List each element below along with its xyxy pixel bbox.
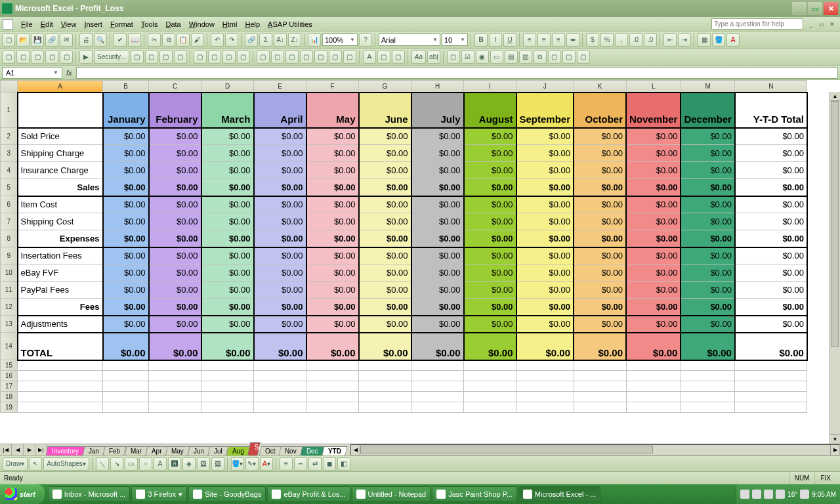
- increase-indent-icon[interactable]: ⇥: [678, 33, 691, 47]
- empty-cell[interactable]: [411, 360, 464, 371]
- cell-value[interactable]: $0.00: [306, 213, 359, 230]
- col-header-G[interactable]: G: [359, 81, 411, 93]
- fill-color-icon[interactable]: 🪣▾: [231, 457, 244, 471]
- row-label[interactable]: PayPal Fees: [18, 282, 103, 299]
- cell-A1[interactable]: [18, 93, 103, 128]
- fill-color-icon[interactable]: 🪣: [712, 33, 725, 47]
- taskbar-item[interactable]: Jasc Paint Shop P...: [432, 486, 517, 502]
- cell-ytd[interactable]: $0.00: [735, 128, 807, 145]
- empty-cell[interactable]: [18, 360, 103, 371]
- sheet-tab-inventory[interactable]: Inventory: [46, 446, 85, 455]
- cell-value[interactable]: $0.00: [626, 299, 681, 316]
- cell-value[interactable]: $0.00: [201, 264, 254, 282]
- empty-cell[interactable]: [411, 392, 464, 402]
- cell-value[interactable]: $0.00: [626, 145, 681, 162]
- cell-ytd[interactable]: $0.00: [735, 162, 807, 179]
- save-icon[interactable]: 💾: [31, 33, 44, 47]
- cell-total[interactable]: $0.00: [574, 333, 626, 360]
- cell-value[interactable]: $0.00: [411, 128, 464, 145]
- cell-total[interactable]: $0.00: [411, 333, 464, 360]
- month-header-feb[interactable]: February: [149, 93, 201, 128]
- cell-value[interactable]: $0.00: [359, 230, 411, 247]
- cell-value[interactable]: $0.00: [149, 316, 201, 333]
- cell-value[interactable]: $0.00: [574, 162, 626, 179]
- row-header-3[interactable]: 3: [1, 145, 18, 162]
- cell-value[interactable]: $0.00: [359, 247, 411, 264]
- cell-value[interactable]: $0.00: [574, 196, 626, 213]
- cell-value[interactable]: $0.00: [254, 162, 306, 179]
- font-color-icon[interactable]: A: [726, 33, 740, 47]
- month-header-mar[interactable]: March: [201, 93, 254, 128]
- cell-value[interactable]: $0.00: [574, 282, 626, 299]
- empty-cell[interactable]: [574, 392, 626, 402]
- cell-value[interactable]: $0.00: [626, 162, 681, 179]
- cell-total[interactable]: $0.00: [626, 333, 681, 360]
- row-header-14[interactable]: 14: [1, 333, 18, 360]
- toolbar2-icon[interactable]: ▢: [31, 51, 44, 64]
- toolbar2-icon[interactable]: ▤: [505, 51, 518, 64]
- sheet-tab-jun[interactable]: Jun: [188, 446, 211, 455]
- font-name-combo[interactable]: Arial▼: [379, 33, 440, 46]
- sheet-tab-ytd[interactable]: YTD: [322, 446, 348, 455]
- comma-icon[interactable]: ,: [615, 33, 628, 47]
- menu-help[interactable]: Help: [241, 19, 264, 30]
- empty-cell[interactable]: [626, 402, 681, 413]
- toolbar2-icon[interactable]: ▢: [16, 51, 30, 64]
- textbox-icon[interactable]: A: [154, 457, 167, 471]
- sheet-tab-nov[interactable]: Nov: [279, 446, 303, 455]
- row-label[interactable]: Insertation Fees: [18, 247, 103, 264]
- cell-value[interactable]: $0.00: [516, 230, 574, 247]
- diagram-icon[interactable]: ◈: [182, 457, 196, 471]
- toolbar2-icon[interactable]: ▢: [174, 51, 187, 64]
- 3d-icon[interactable]: ◧: [337, 457, 350, 471]
- underline-icon[interactable]: U: [503, 33, 516, 47]
- row-label[interactable]: Item Cost: [18, 196, 103, 213]
- empty-cell[interactable]: [464, 381, 516, 392]
- cell-total[interactable]: $0.00: [201, 333, 254, 360]
- cell-ytd[interactable]: $0.00: [735, 230, 807, 247]
- cell-value[interactable]: $0.00: [359, 213, 411, 230]
- month-header-jan[interactable]: January: [103, 93, 149, 128]
- toolbar2-icon[interactable]: ▢: [60, 51, 73, 64]
- cell-value[interactable]: $0.00: [411, 282, 464, 299]
- cell-value[interactable]: $0.00: [411, 213, 464, 230]
- toolbar2-icon[interactable]: ▢: [208, 51, 221, 64]
- empty-cell[interactable]: [735, 360, 807, 371]
- cell-value[interactable]: $0.00: [574, 264, 626, 282]
- chart-icon[interactable]: 📊: [308, 33, 321, 47]
- row-header-19[interactable]: 19: [1, 402, 18, 413]
- empty-cell[interactable]: [254, 402, 306, 413]
- cell-value[interactable]: $0.00: [681, 299, 735, 316]
- permission-icon[interactable]: 🔗: [45, 33, 58, 47]
- empty-cell[interactable]: [735, 392, 807, 402]
- menu-file[interactable]: File: [17, 19, 37, 30]
- security-button[interactable]: Security...: [94, 51, 129, 64]
- cell-value[interactable]: $0.00: [201, 128, 254, 145]
- draw-menu[interactable]: Draw ▾: [3, 457, 28, 471]
- cell-total-ytd[interactable]: $0.00: [735, 333, 807, 360]
- row-header-15[interactable]: 15: [1, 360, 18, 371]
- toolbar2-icon[interactable]: ▢: [447, 51, 460, 64]
- cell-value[interactable]: $0.00: [254, 128, 306, 145]
- empty-cell[interactable]: [18, 402, 103, 413]
- bold-icon[interactable]: B: [474, 33, 488, 47]
- cell-value[interactable]: $0.00: [464, 213, 516, 230]
- row-header-4[interactable]: 4: [1, 162, 18, 179]
- cell-value[interactable]: $0.00: [149, 196, 201, 213]
- cell-value[interactable]: $0.00: [516, 247, 574, 264]
- row-header-5[interactable]: 5: [1, 179, 18, 196]
- cell-value[interactable]: $0.00: [516, 145, 574, 162]
- cut-icon[interactable]: ✂: [148, 33, 161, 47]
- cell-value[interactable]: $0.00: [464, 247, 516, 264]
- sheet-tab-aug[interactable]: Aug: [226, 446, 251, 455]
- empty-cell[interactable]: [626, 381, 681, 392]
- shadow-icon[interactable]: ◼: [323, 457, 336, 471]
- cell-value[interactable]: $0.00: [516, 282, 574, 299]
- toolbar2-icon[interactable]: ▢: [577, 51, 590, 64]
- cell-value[interactable]: $0.00: [254, 299, 306, 316]
- empty-cell[interactable]: [306, 381, 359, 392]
- help-search-input[interactable]: [711, 18, 803, 30]
- cell-value[interactable]: $0.00: [681, 264, 735, 282]
- cell-value[interactable]: $0.00: [681, 230, 735, 247]
- tray-icon[interactable]: [740, 490, 749, 499]
